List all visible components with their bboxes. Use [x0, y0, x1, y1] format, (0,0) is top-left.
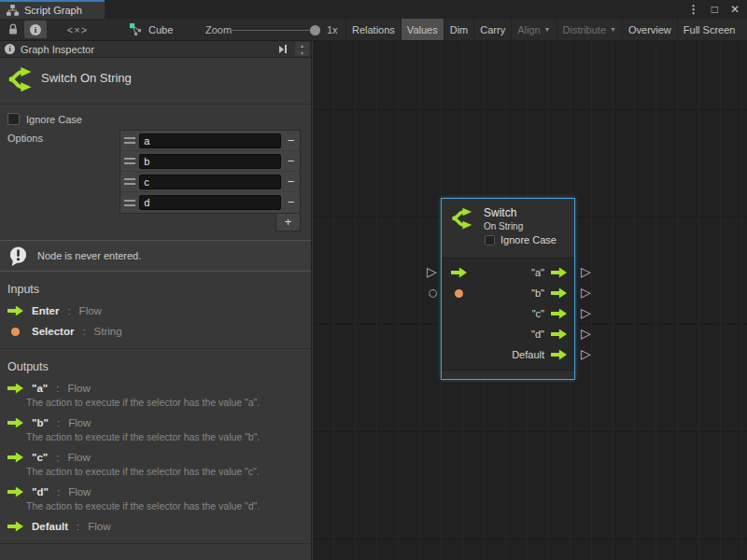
drag-handle[interactable] — [120, 158, 139, 164]
values-button[interactable]: Values — [401, 19, 444, 40]
drag-handle-icon — [124, 178, 135, 185]
unit-title-block: Switch On String — [0, 58, 311, 105]
drag-handle[interactable] — [120, 137, 139, 144]
spinner-up-button[interactable]: ▲ — [295, 42, 309, 49]
drag-handle-icon — [124, 158, 135, 164]
spinner-down-button[interactable]: ▼ — [295, 49, 309, 56]
selector-connection-circle[interactable]: ○ — [429, 287, 438, 298]
selector-port-icon[interactable] — [455, 289, 463, 298]
node-port-row: Default — [442, 344, 574, 365]
flow-port-icon — [7, 384, 23, 394]
close-icon[interactable]: ✕ — [730, 3, 740, 16]
graph-name: Cube — [148, 24, 173, 35]
code-view-button[interactable]: <×> — [56, 21, 99, 38]
value-port-icon — [11, 328, 20, 336]
node-ignore-case-label: Ignore Case — [500, 234, 557, 245]
output-port-b-icon[interactable] — [551, 288, 567, 299]
drag-handle-icon — [124, 137, 135, 144]
info-icon: i — [5, 44, 15, 54]
option-input-3[interactable] — [139, 195, 281, 210]
maximize-icon[interactable]: □ — [712, 3, 718, 16]
output-a-connection-triangle[interactable]: ▷ — [581, 265, 591, 278]
menu-icon[interactable]: ⋮ — [688, 3, 699, 16]
outputs-header: Outputs — [7, 360, 311, 373]
options-block: Options − − − − + — [0, 130, 311, 232]
input-port-selector: Selector : String — [7, 326, 311, 337]
options-label: Options — [7, 133, 43, 144]
remove-option-button[interactable]: − — [282, 152, 300, 171]
flow-port-icon — [7, 418, 23, 428]
node-header: Switch On String Ignore Case — [442, 199, 574, 259]
tab-title: Script Graph — [24, 5, 82, 16]
node-title: Switch — [484, 206, 523, 219]
output-port-c-icon[interactable] — [551, 309, 567, 319]
output-port-a-icon[interactable] — [551, 268, 567, 278]
ignore-case-row: Ignore Case — [7, 113, 311, 125]
option-input-0[interactable] — [139, 133, 281, 148]
graph-canvas[interactable]: Switch On String Ignore Case "a" "b" — [313, 41, 747, 560]
input-port-enter: Enter : Flow — [7, 305, 311, 316]
output-default-connection-triangle[interactable]: ▷ — [581, 347, 591, 360]
output-d-connection-triangle[interactable]: ▷ — [581, 327, 591, 340]
output-port-label: "b" — [531, 287, 544, 299]
dock-icon — [279, 46, 284, 53]
window-controls: ⋮ □ ✕ — [688, 0, 740, 19]
unit-title: Switch On String — [41, 71, 132, 104]
add-option-button[interactable]: + — [275, 213, 301, 231]
option-input-2[interactable] — [139, 175, 281, 189]
switch-on-string-node[interactable]: Switch On String Ignore Case "a" "b" — [441, 198, 575, 380]
zoom-slider[interactable] — [230, 30, 317, 31]
zoom-label: Zoom — [205, 24, 232, 35]
dock-panel-button[interactable] — [274, 43, 292, 56]
info-icon: i — [30, 24, 41, 35]
option-row: − — [120, 131, 300, 151]
dim-button[interactable]: Dim — [444, 19, 474, 40]
ignore-case-label: Ignore Case — [26, 114, 82, 125]
remove-option-button[interactable]: − — [282, 132, 300, 150]
align-dropdown[interactable]: Align ▼ — [511, 19, 556, 40]
node-subtitle: On String — [484, 221, 523, 231]
drag-handle-icon — [124, 200, 135, 206]
titlebar: Script Graph ⋮ □ ✕ — [0, 0, 747, 19]
node-footer — [442, 370, 574, 379]
relations-button[interactable]: Relations — [345, 19, 401, 40]
overview-button[interactable]: Overview — [622, 19, 677, 40]
option-input-1[interactable] — [139, 154, 281, 169]
options-list: − − − − — [120, 130, 301, 214]
remove-option-button[interactable]: − — [282, 173, 300, 191]
inputs-header: Inputs — [7, 283, 311, 296]
flow-port-icon — [7, 522, 23, 532]
drag-handle[interactable] — [120, 178, 139, 185]
enter-connection-triangle[interactable]: ▷ — [427, 265, 437, 278]
output-doc-default: Default : Flow — [0, 521, 311, 532]
code-icon: <×> — [67, 24, 88, 35]
tab-script-graph[interactable]: Script Graph — [0, 0, 105, 19]
output-port-default-icon[interactable] — [551, 350, 567, 360]
fullscreen-button[interactable]: Full Screen — [677, 19, 741, 40]
options-list-footer: + — [120, 214, 301, 232]
remove-option-button[interactable]: − — [282, 193, 300, 212]
flow-port-icon — [7, 487, 23, 497]
output-port-d-icon[interactable] — [551, 329, 567, 340]
warning-text: Node is never entered. — [37, 250, 141, 261]
carry-button[interactable]: Carry — [473, 19, 511, 40]
output-port-label: "c" — [532, 308, 544, 319]
ignore-case-checkbox[interactable] — [7, 113, 20, 125]
lock-icon — [7, 23, 19, 35]
drag-handle[interactable] — [120, 200, 139, 206]
section-divider — [0, 348, 311, 349]
zoom-slider-handle[interactable] — [310, 25, 320, 35]
output-c-connection-triangle[interactable]: ▷ — [581, 306, 591, 319]
zoom-value: 1x — [327, 24, 338, 35]
enter-port-icon[interactable] — [451, 268, 467, 278]
distribute-dropdown[interactable]: Distribute ▼ — [557, 19, 622, 40]
graph-context-breadcrumb[interactable]: Cube — [129, 21, 173, 38]
panel-spinner: ▲ ▼ — [295, 42, 309, 56]
inspector-toggle-button[interactable]: i — [24, 21, 47, 38]
switch-icon — [451, 206, 475, 231]
node-port-row: "d" — [442, 324, 574, 344]
section-divider — [0, 543, 311, 544]
output-b-connection-triangle[interactable]: ▷ — [581, 286, 591, 299]
node-ignore-case-checkbox[interactable] — [485, 235, 495, 245]
lock-button[interactable] — [4, 21, 22, 38]
